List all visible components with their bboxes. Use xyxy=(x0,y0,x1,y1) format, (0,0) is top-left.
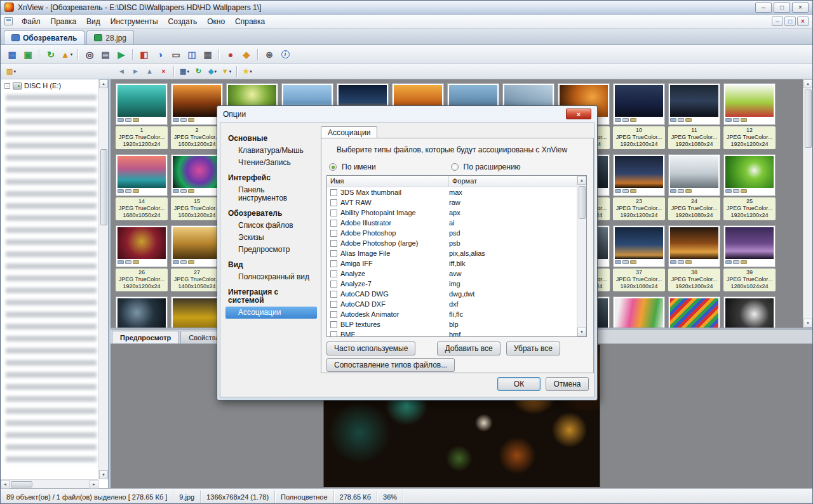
options-nav-item[interactable]: Вид xyxy=(225,259,317,271)
tab-associations[interactable]: Ассоциации xyxy=(321,126,377,138)
close-button[interactable]: × xyxy=(792,3,809,13)
scroll-right-icon[interactable]: ► xyxy=(90,480,98,489)
ok-button[interactable]: ОК xyxy=(497,377,541,391)
filetype-row[interactable]: Amiga IFF iff,blk xyxy=(327,258,576,269)
scrollbar-thumb[interactable] xyxy=(579,186,586,219)
toolbar-separator[interactable] xyxy=(173,66,175,77)
refresh-icon[interactable]: ↻ xyxy=(192,65,205,78)
menu-item[interactable]: Инструменты xyxy=(105,16,163,27)
thumbnail-cell[interactable]: 26 JPEG TrueColor... 1920x1200x24 xyxy=(116,225,168,293)
thumbnail-cell[interactable] xyxy=(116,296,168,328)
column-format[interactable]: Формат xyxy=(449,176,586,187)
radio-by-name[interactable] xyxy=(329,163,337,171)
toolbar-separator[interactable] xyxy=(236,66,238,77)
scroll-up-icon[interactable]: ▲ xyxy=(803,79,812,88)
options-nav-item[interactable]: Обозреватель xyxy=(225,208,317,220)
parent-folder-icon[interactable]: ▲ ▾ xyxy=(59,47,74,62)
radio-by-extension[interactable] xyxy=(451,163,459,171)
filetype-row[interactable]: Ability Photopaint Image apx xyxy=(327,208,576,218)
new-folder-icon[interactable]: ▥ ▾ xyxy=(4,65,18,78)
filetype-row[interactable]: 3DS Max thumbnail max xyxy=(327,187,576,197)
red-eye-icon[interactable]: ● xyxy=(223,47,238,62)
thumbnail-cell[interactable] xyxy=(723,296,776,328)
toolbar-separator[interactable] xyxy=(218,49,220,60)
file-type-mapping-button[interactable]: Сопоставление типов файлов... xyxy=(326,358,455,372)
tree-horizontal-scrollbar[interactable]: ◄ ► xyxy=(1,479,98,488)
back-icon[interactable]: ◄ xyxy=(115,65,128,78)
options-nav-item[interactable]: Эскизы xyxy=(225,232,317,244)
filetype-checkbox[interactable] xyxy=(330,250,337,257)
options-nav-item[interactable]: Ассоциации xyxy=(225,307,317,319)
thumbnail-cell[interactable]: 27 JPEG TrueColor... 1400x1050x24 xyxy=(171,225,223,293)
browser-vertical-scrollbar[interactable]: ▲ ▼ xyxy=(803,79,812,328)
tree-root-node[interactable]: − DISC H (E:) xyxy=(1,79,108,91)
filetype-row[interactable]: AutoCAD DXF dxf xyxy=(327,299,576,309)
browser-tab[interactable]: Обозреватель xyxy=(4,30,84,44)
menu-item[interactable]: Справка xyxy=(230,16,270,27)
thumbnail-cell[interactable]: 15 JPEG TrueColor... 1600x1200x24 xyxy=(171,154,223,222)
filetype-checkbox[interactable] xyxy=(330,281,337,288)
menu-item[interactable]: Файл xyxy=(17,16,46,27)
filetype-checkbox[interactable] xyxy=(330,220,337,227)
thumbnail-cell[interactable]: 24 JPEG TrueColor... 1920x1080x24 xyxy=(668,154,720,222)
screen-capture-icon[interactable]: ▭ xyxy=(168,47,184,62)
dialog-close-button[interactable]: × xyxy=(566,109,591,119)
options-nav-item[interactable]: Полноэкранный вид xyxy=(225,271,317,283)
filetype-checkbox[interactable] xyxy=(330,331,337,337)
print-icon[interactable]: ▤ xyxy=(98,47,113,62)
scrollbar-thumb[interactable] xyxy=(11,481,32,487)
thumbnail-cell[interactable]: 12 JPEG TrueColor... 1920x1200x24 xyxy=(723,83,776,151)
scroll-up-icon[interactable]: ▲ xyxy=(99,79,108,88)
contact-sheet-icon[interactable]: ▦ xyxy=(200,47,215,62)
view-mode-icon[interactable]: ▦ ▾ xyxy=(178,65,191,78)
options-nav-item[interactable]: Список файлов xyxy=(225,220,317,232)
convert-icon[interactable]: ◧ xyxy=(137,47,152,62)
monitor-icon[interactable]: ◫ xyxy=(184,47,199,62)
options-nav-item[interactable]: Интерфейс xyxy=(225,172,317,184)
tree-vertical-scrollbar[interactable]: ▲ ▼ xyxy=(98,79,108,479)
viewer-icon[interactable]: ▣ xyxy=(20,47,36,62)
filter-icon[interactable]: ▼ ▾ xyxy=(220,65,233,78)
filetype-checkbox[interactable] xyxy=(330,301,337,308)
filetype-row[interactable]: Adobe Photoshop (large) psb xyxy=(327,238,576,248)
filetype-checkbox[interactable] xyxy=(330,321,337,328)
filetype-row[interactable]: Analyze avw xyxy=(327,269,576,279)
info-icon[interactable]: i xyxy=(278,47,293,62)
remove-all-button[interactable]: Убрать все xyxy=(506,342,560,355)
browser-tab[interactable]: 28.jpg xyxy=(86,30,134,44)
metadata-icon[interactable]: ◆ xyxy=(239,47,254,62)
filetype-row[interactable]: Autodesk Animator fli,flc xyxy=(327,309,576,319)
thumbnail-cell[interactable]: 39 JPEG TrueColor... 1280x1024x24 xyxy=(723,225,776,293)
minimize-button[interactable]: – xyxy=(755,3,772,13)
filetype-checkbox[interactable] xyxy=(330,240,337,247)
settings-gear-icon[interactable]: ⊛ xyxy=(262,47,277,62)
thumbnail-cell[interactable] xyxy=(613,296,665,328)
thumbnail-cell[interactable]: 25 JPEG TrueColor... 1920x1200x24 xyxy=(723,154,776,222)
filetype-row[interactable]: BLP textures blp xyxy=(327,319,576,329)
filetype-checkbox[interactable] xyxy=(330,311,337,318)
menu-item[interactable]: Вид xyxy=(81,16,105,27)
filetype-checkbox[interactable] xyxy=(330,270,337,277)
menu-item[interactable]: Правка xyxy=(46,16,82,27)
filetype-row[interactable]: BMF bmf xyxy=(327,329,576,336)
mdi-restore-button[interactable]: □ xyxy=(784,17,796,26)
search-icon[interactable]: ◎ xyxy=(82,47,97,62)
thumbnail-cell[interactable] xyxy=(668,296,720,328)
filetype-checkbox[interactable] xyxy=(330,189,337,196)
refresh-browser-icon[interactable]: ↻ xyxy=(43,47,58,62)
scroll-left-icon[interactable]: ◄ xyxy=(1,480,10,489)
toolbar-separator[interactable] xyxy=(257,49,259,60)
thumbnail-cell[interactable]: 1 JPEG TrueColor... 1920x1200x24 xyxy=(116,83,168,151)
toolbar-separator[interactable] xyxy=(77,49,79,60)
filetype-checkbox[interactable] xyxy=(330,209,337,216)
menu-item[interactable]: Создать xyxy=(163,16,203,27)
preview-tab[interactable]: Предпросмотр xyxy=(112,331,179,343)
tree-expander-icon[interactable]: − xyxy=(4,83,10,89)
forward-icon[interactable]: ► xyxy=(129,65,142,78)
toolbar-separator[interactable] xyxy=(39,49,40,60)
thumbnail-cell[interactable]: 11 JPEG TrueColor... 1920x1080x24 xyxy=(668,83,720,151)
options-nav-item[interactable]: Основные xyxy=(225,133,317,145)
filetype-row[interactable]: Adobe Illustrator ai xyxy=(327,218,576,228)
thumbnail-cell[interactable]: 23 JPEG TrueColor... 1920x1200x24 xyxy=(613,154,665,222)
filetype-row[interactable]: AutoCAD DWG dwg,dwt xyxy=(327,289,576,299)
